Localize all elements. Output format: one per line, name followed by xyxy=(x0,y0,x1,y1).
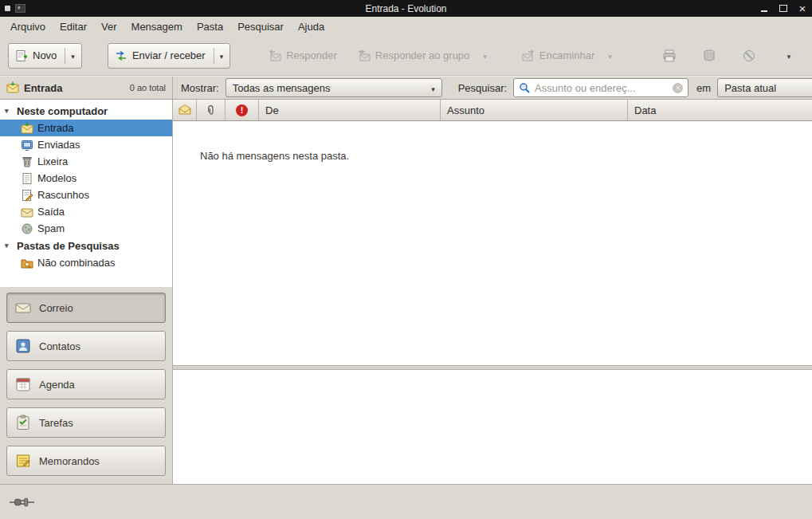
menu-editar[interactable]: Editar xyxy=(53,17,94,36)
forward-icon xyxy=(522,49,535,62)
view-switcher: Correio Contatos Agenda xyxy=(0,287,172,484)
close-button[interactable] xyxy=(798,4,807,14)
menu-mensagem[interactable]: Mensagem xyxy=(124,17,190,36)
folder-nao-combinadas[interactable]: Não combinadas xyxy=(0,254,172,271)
search-scope-dropdown[interactable]: Pasta atual xyxy=(717,78,812,97)
switcher-label: Tarefas xyxy=(39,417,73,429)
send-receive-label: Enviar / receber xyxy=(132,49,206,61)
inbox-icon xyxy=(6,81,19,94)
switcher-memos-button[interactable]: Memorandos xyxy=(6,446,166,476)
message-list-body[interactable]: Não há mensagens nesta pasta. xyxy=(173,121,812,365)
send-receive-button[interactable]: Enviar / receber xyxy=(108,43,230,69)
send-receive-dropdown[interactable] xyxy=(214,48,224,64)
folder-label: Não combinadas xyxy=(37,257,116,269)
mail-status-icon xyxy=(178,104,191,116)
chevron-down-icon xyxy=(431,82,435,94)
column-date[interactable]: Data xyxy=(628,100,812,120)
reply-group-icon xyxy=(358,49,371,62)
priority-icon: ! xyxy=(236,104,248,116)
switcher-contacts-button[interactable]: Contatos xyxy=(6,331,166,361)
folder-saida[interactable]: Saída xyxy=(0,203,172,220)
window-title: Entrada - Evolution xyxy=(132,3,680,14)
switcher-mail-button[interactable]: Correio xyxy=(6,293,166,323)
menu-arquivo[interactable]: Arquivo xyxy=(3,17,53,36)
contacts-icon xyxy=(15,338,31,354)
templates-icon xyxy=(21,172,33,185)
inbox-icon xyxy=(21,122,33,135)
reply-icon xyxy=(269,49,281,62)
toolbar-overflow-button[interactable] xyxy=(777,44,801,68)
folder-entrada[interactable]: Entrada xyxy=(0,120,172,136)
switcher-calendar-button[interactable]: Agenda xyxy=(6,369,166,399)
tree-group-search-folders[interactable]: ▾ Pastas de Pesquisas xyxy=(0,237,172,254)
trash-icon xyxy=(21,155,33,168)
reply-group-dropdown[interactable] xyxy=(477,48,487,64)
search-input[interactable] xyxy=(535,82,669,94)
folder-label: Modelos xyxy=(37,172,76,184)
plug-icon xyxy=(10,497,35,508)
message-list-header: ! De Assunto Data xyxy=(173,100,812,121)
forward-dropdown[interactable] xyxy=(602,48,612,64)
search-icon[interactable] xyxy=(519,82,531,94)
folder-rascunhos[interactable]: Rascunhos xyxy=(0,187,172,203)
tasks-icon xyxy=(15,415,31,431)
search-box: × xyxy=(513,78,688,97)
column-from-label: De xyxy=(265,104,279,116)
switcher-label: Memorandos xyxy=(39,455,100,467)
folder-lixeira[interactable]: Lixeira xyxy=(0,153,172,170)
column-from[interactable]: De xyxy=(259,100,441,120)
tree-group-label: Pastas de Pesquisas xyxy=(17,240,120,252)
online-status-toggle[interactable] xyxy=(10,497,35,508)
new-dropdown[interactable] xyxy=(65,48,75,64)
column-priority[interactable]: ! xyxy=(226,100,259,120)
delete-button[interactable] xyxy=(697,44,721,68)
tree-group-label: Neste computador xyxy=(17,105,108,117)
folder-label: Enviadas xyxy=(37,139,80,151)
current-folder-header: Entrada 0 ao total xyxy=(0,77,173,99)
message-list-pane: ! De Assunto Data Não há mensagens nesta… xyxy=(173,100,812,484)
menu-pesquisar[interactable]: Pesquisar xyxy=(230,17,291,36)
chevron-down-icon xyxy=(71,49,75,61)
maximize-button[interactable] xyxy=(779,4,788,14)
expander-icon[interactable]: ▾ xyxy=(5,107,13,115)
calendar-icon xyxy=(15,376,31,392)
reply-button[interactable]: Responder xyxy=(262,43,343,69)
new-button-label: Novo xyxy=(33,49,57,61)
show-filter-dropdown[interactable]: Todas as mensagens xyxy=(226,78,442,97)
folder-tree: ▾ Neste computador Entrada Enviadas xyxy=(0,100,172,287)
folder-modelos[interactable]: Modelos xyxy=(0,170,172,187)
junk-button[interactable] xyxy=(737,44,761,68)
toolbar: Novo Enviar / receber Responder Responde… xyxy=(0,36,812,76)
junk-folder-icon xyxy=(21,222,33,235)
reply-group-button[interactable]: Responder ao grupo xyxy=(351,43,493,69)
forward-button[interactable]: Encaminhar xyxy=(516,43,618,69)
sent-icon xyxy=(21,139,33,151)
menu-ver[interactable]: Ver xyxy=(94,17,124,36)
new-message-icon xyxy=(15,49,28,62)
folder-enviadas[interactable]: Enviadas xyxy=(0,136,172,153)
clear-search-icon[interactable]: × xyxy=(673,83,683,93)
column-status[interactable] xyxy=(173,100,197,120)
tree-group-on-this-computer[interactable]: ▾ Neste computador xyxy=(0,102,172,120)
window-menu-icon[interactable] xyxy=(15,4,25,13)
expander-icon[interactable]: ▾ xyxy=(5,242,13,250)
mail-icon xyxy=(15,300,31,316)
show-label: Mostrar: xyxy=(179,82,219,94)
switcher-tasks-button[interactable]: Tarefas xyxy=(6,407,166,438)
folder-label: Entrada xyxy=(37,122,74,134)
menu-ajuda[interactable]: Ajuda xyxy=(291,17,331,36)
in-label: em xyxy=(695,82,711,94)
minimize-button[interactable] xyxy=(759,4,769,14)
column-attachment[interactable] xyxy=(197,100,226,120)
menu-pasta[interactable]: Pasta xyxy=(190,17,230,36)
folder-spam[interactable]: Spam xyxy=(0,220,172,237)
chevron-down-icon xyxy=(787,49,791,61)
memos-icon xyxy=(15,453,31,469)
new-button[interactable]: Novo xyxy=(8,43,82,69)
menubar: Arquivo Editar Ver Mensagem Pasta Pesqui… xyxy=(0,17,812,36)
column-subject[interactable]: Assunto xyxy=(441,100,628,120)
folder-label: Spam xyxy=(37,222,65,234)
print-button[interactable] xyxy=(657,44,681,68)
current-folder-name: Entrada xyxy=(24,82,62,94)
folder-label: Saída xyxy=(37,206,65,218)
